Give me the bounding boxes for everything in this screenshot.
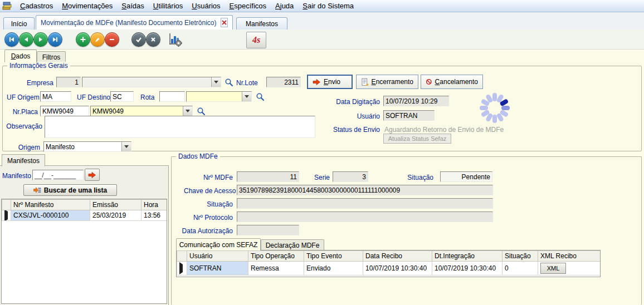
tab-comunicacao-sefaz[interactable]: Comunicação com SEFAZ [176, 238, 261, 250]
tab-filtros[interactable]: Filtros [37, 51, 66, 62]
buscar-de-uma-lista-button[interactable]: Buscar de uma lista [23, 184, 117, 196]
sefaz-grid-row[interactable]: SOFTRAN Remessa Enviado 10/07/2019 10:30… [177, 262, 601, 276]
add-record-button[interactable] [76, 32, 90, 47]
menu-sair-do-sistema[interactable]: Sair do Sistema [298, 1, 358, 11]
tab-inicio[interactable]: Início [3, 17, 35, 29]
empresa-search-icon[interactable] [225, 78, 233, 87]
dropdown-icon[interactable] [121, 142, 131, 151]
nr-placa-combo[interactable]: KMW9049 [90, 106, 193, 116]
softran-logo-button[interactable]: 4s [246, 32, 266, 48]
manifesto-mask-input[interactable]: __/__-______ [32, 170, 84, 180]
data-digitacao-field[interactable]: 10/07/2019 10:29 [383, 96, 449, 106]
nav-prev-button[interactable] [19, 32, 33, 47]
serie-field[interactable]: 3 [333, 171, 368, 182]
rota-code-field[interactable] [159, 91, 185, 102]
cell-situacao[interactable]: 0 [502, 262, 538, 276]
cell-dt-integracao[interactable]: 10/07/2019 10:30:40 [432, 262, 502, 276]
nav-first-button[interactable] [4, 32, 19, 47]
origem-combo-value: Manifesto [46, 143, 121, 151]
menu-ajuda[interactable]: Ajuda [271, 1, 298, 11]
chave-acesso-field[interactable]: 3519078982391800014458003000000011111100… [237, 185, 493, 195]
row-indicator-icon [4, 210, 8, 221]
col-usuario[interactable]: Usuário [187, 251, 248, 262]
status-envio-label: Status de Envio [329, 126, 380, 134]
edit-record-button[interactable] [90, 32, 105, 47]
uf-origem-field[interactable]: MA [40, 91, 71, 102]
cell-usuario[interactable]: SOFTRAN [187, 262, 248, 276]
situacao-field[interactable] [237, 198, 493, 209]
xml-recibo-button[interactable]: XML [540, 263, 566, 274]
uf-destino-field[interactable]: SC [110, 91, 134, 102]
col-tipo-evento[interactable]: Tipo Evento [304, 251, 363, 262]
nav-next-button[interactable] [33, 32, 48, 47]
encerramento-button[interactable]: Encerramento [356, 75, 418, 89]
col-hora[interactable]: Hora [142, 200, 168, 210]
envio-button[interactable]: Envio [307, 75, 353, 89]
tab-inicio-label: Início [11, 20, 27, 28]
origem-combo[interactable]: Manifesto [43, 141, 131, 152]
cell-tipo-operacao[interactable]: Remessa [248, 262, 304, 276]
menu-saidas[interactable]: Saídas [117, 1, 148, 11]
dropdown-icon[interactable] [183, 106, 192, 116]
cell-hora[interactable]: 13:56 [142, 210, 168, 221]
menu-usuarios[interactable]: Usuários [187, 1, 225, 11]
nr-mdfe-label: Nrº MDFe [193, 174, 233, 181]
rota-combo[interactable] [186, 91, 252, 102]
col-emissao[interactable]: Emissão [90, 200, 142, 210]
observacao-label: Observação [2, 122, 42, 130]
nr-mdfe-field[interactable]: 11 [237, 171, 299, 182]
sefaz-grid[interactable]: Usuário Tipo Operação Tipo Evento Data R… [176, 250, 601, 277]
empresa-code-field[interactable]: 1 [56, 77, 81, 87]
tab-declaracao-mdfe[interactable]: Declaração MDFe [261, 239, 324, 250]
cancelamento-button[interactable]: Cancelamento [421, 75, 483, 89]
search-icon [225, 78, 233, 87]
dropdown-icon[interactable] [211, 77, 221, 87]
nav-last-button[interactable] [48, 32, 62, 47]
menu-utilitarios[interactable]: Utilitários [149, 1, 187, 11]
manifesto-send-button[interactable] [85, 169, 100, 181]
confirm-button[interactable] [131, 32, 146, 47]
observacao-textarea[interactable] [45, 116, 315, 138]
menu-movimentacoes[interactable]: Movimentações [57, 1, 117, 11]
origem-label: Origem [11, 144, 40, 151]
menu-cadastros[interactable]: Cadastros [16, 1, 57, 11]
manifestos-grid[interactable]: Nrº Manifesto Emissão Hora CXS/JVL-00001… [1, 199, 167, 304]
col-situacao[interactable]: Situação [502, 251, 538, 262]
col-data-recibo[interactable]: Data Recibo [363, 251, 432, 262]
cell-emissao[interactable]: 25/03/2019 [90, 210, 142, 221]
tab-dados[interactable]: Dados [4, 50, 37, 62]
report-chart-button[interactable] [167, 32, 183, 47]
delete-record-button[interactable] [105, 32, 119, 47]
usuario-field[interactable]: SOFTRAN [383, 110, 435, 121]
tab-manifestos-label: Manifestos [246, 20, 278, 28]
tab-close-icon[interactable] [221, 18, 228, 27]
rota-search-icon[interactable] [256, 92, 265, 101]
tab-manifestos[interactable]: Manifestos [236, 17, 287, 29]
cell-tipo-evento[interactable]: Enviado [304, 262, 363, 276]
col-xml-recibo[interactable]: XML Recibo [538, 251, 601, 262]
nr-protocolo-field[interactable] [237, 211, 493, 222]
cancelamento-button-label: Cancelamento [435, 78, 478, 86]
data-autorizacao-field[interactable] [237, 225, 299, 235]
col-nr-manifesto[interactable]: Nrº Manifesto [11, 200, 90, 210]
cell-data-recibo[interactable]: 10/07/2019 10:30:40 [363, 262, 432, 276]
menu-especificos[interactable]: Específicos [225, 1, 271, 11]
col-tipo-operacao[interactable]: Tipo Operação [248, 251, 304, 262]
tab-movimentacao-mdfe[interactable]: Movimentação de MDFe (Manifesto Document… [36, 15, 233, 29]
cancel-x-icon [149, 36, 157, 43]
dropdown-icon[interactable] [242, 92, 251, 101]
nr-placa-field[interactable]: KMW9049 [40, 106, 89, 116]
placa-search-icon[interactable] [197, 107, 206, 116]
cell-nr-manifesto[interactable]: CXS/JVL-0000100 [11, 210, 90, 221]
row-indicator-icon [179, 262, 183, 274]
col-dt-integracao[interactable]: Dt.Integração [432, 251, 502, 262]
cancel-edit-button[interactable] [146, 32, 160, 47]
atualiza-status-sefaz-button[interactable]: Atualiza Status Sefaz [383, 134, 451, 144]
nr-lote-field[interactable]: 2311 [266, 77, 301, 87]
empresa-combo[interactable] [82, 77, 221, 87]
manifestos-grid-row[interactable]: CXS/JVL-0000100 25/03/2019 13:56 [2, 210, 168, 221]
situacao-top-field: Pendente [440, 171, 492, 182]
manifestos-panel-tab[interactable]: Manifestos [2, 154, 45, 166]
manifestos-grid-header: Nrº Manifesto Emissão Hora [2, 200, 168, 210]
add-icon [79, 36, 87, 43]
